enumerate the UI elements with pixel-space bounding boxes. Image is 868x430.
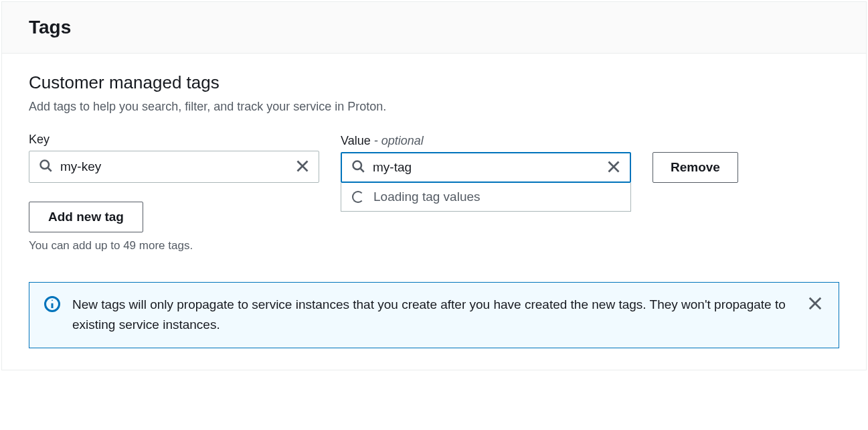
tag-row: Key — [29, 133, 839, 183]
value-label: Value - optional — [341, 134, 631, 148]
close-icon — [808, 303, 822, 313]
value-column: Loading tag values — [341, 152, 631, 183]
close-icon — [296, 159, 309, 175]
remove-button[interactable]: Remove — [653, 152, 738, 183]
panel-body: Customer managed tags Add tags to help y… — [2, 54, 866, 370]
spinner-icon — [352, 191, 364, 203]
loading-text: Loading tag values — [373, 190, 481, 204]
value-dropdown[interactable]: Loading tag values — [341, 183, 631, 212]
alert-close-button[interactable] — [806, 295, 824, 314]
value-optional-suffix: - optional — [374, 134, 424, 147]
panel-title: Tags — [29, 17, 839, 38]
value-label-text: Value — [341, 134, 371, 147]
search-icon — [351, 159, 365, 175]
value-input[interactable] — [365, 153, 598, 182]
tags-panel: Tags Customer managed tags Add tags to h… — [1, 1, 867, 370]
alert-text: New tags will only propagate to service … — [72, 295, 794, 336]
section-heading: Customer managed tags — [29, 72, 839, 93]
tag-limit-hint: You can add up to 49 more tags. — [29, 239, 839, 253]
svg-point-4 — [353, 161, 362, 170]
panel-header: Tags — [2, 2, 866, 54]
key-input[interactable] — [52, 151, 286, 182]
svg-line-5 — [361, 169, 364, 172]
key-field: Key — [29, 133, 319, 183]
svg-point-0 — [41, 161, 50, 169]
key-label: Key — [29, 133, 319, 147]
search-icon — [39, 159, 52, 175]
value-field: Value - optional — [341, 134, 631, 183]
svg-line-1 — [48, 168, 52, 171]
value-clear-button[interactable] — [598, 160, 630, 175]
close-icon — [607, 160, 620, 175]
info-alert: New tags will only propagate to service … — [29, 282, 839, 348]
value-input-wrap[interactable] — [341, 152, 631, 183]
svg-point-10 — [52, 299, 53, 301]
loading-item: Loading tag values — [341, 183, 630, 211]
key-input-wrap[interactable] — [29, 151, 319, 183]
section-description: Add tags to help you search, filter, and… — [29, 100, 839, 114]
add-new-tag-button[interactable]: Add new tag — [29, 202, 143, 232]
key-clear-button[interactable] — [286, 159, 319, 175]
info-icon — [44, 296, 60, 315]
